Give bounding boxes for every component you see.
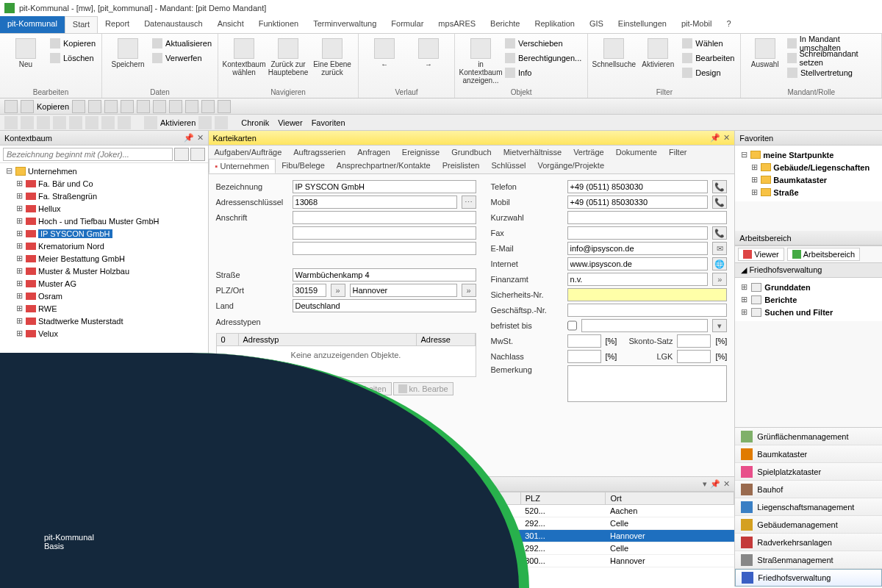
col-adresse[interactable]: Adresse [417,334,476,345]
tree-item[interactable]: ⊞Osram [3,290,205,302]
qat-button[interactable] [4,100,18,113]
qat-button[interactable] [72,100,85,113]
ribbon-neu[interactable]: Neu [6,35,46,68]
ribbon-whlen[interactable]: Wählen [682,37,734,50]
tab-aufgabenauftrge[interactable]: Aufgaben/Aufträge [209,146,288,159]
input-ort[interactable] [350,284,457,297]
tree-item[interactable]: ⊞IP SYSCON GmbH [3,227,205,240]
qat-button[interactable] [201,100,215,113]
tab-unternehmen[interactable]: ▪ Unternehmen [209,159,276,173]
ort-lookup-button[interactable]: » [462,284,476,297]
qat-button[interactable] [21,100,34,113]
tb-button[interactable] [85,116,98,129]
tb-button[interactable] [4,116,18,129]
qat-button[interactable] [218,100,231,113]
module-straenmanagement[interactable]: Straßenmanagement [735,551,882,569]
menu-berichte[interactable]: Berichte [483,16,527,33]
input-sicherheit[interactable] [567,288,728,301]
fav-item[interactable]: ⊞Baumkataster [738,173,879,186]
module-liegenschaftsmanagement[interactable]: Liegenschaftsmanagement [735,498,882,516]
input-strasse[interactable] [293,268,476,282]
fav-root[interactable]: ⊟meine Startpunkte [738,148,879,161]
tree-item[interactable]: ⊞Meier Bestattung GmbH [3,252,205,265]
module-grnflchenmanagement[interactable]: Grünflächenmanagement [735,428,882,445]
ribbon-schreibmandantsetzen[interactable]: Schreibmandant setzen [787,51,875,65]
ribbon-lschen[interactable]: Löschen [50,51,96,65]
search-options-button[interactable] [174,148,189,161]
close-icon[interactable]: ✕ [197,133,204,143]
fav-item[interactable]: ⊞Straße [738,186,879,198]
pin-icon[interactable]: 📌 [710,133,720,143]
lookup-button[interactable]: » [712,273,727,286]
qat-kopieren[interactable]: Kopieren [37,102,69,111]
col-0[interactable]: 0 [217,334,239,345]
phone-icon[interactable]: 📞 [712,180,727,193]
ribbon-inmandantumschalten[interactable]: In Mandant umschalten [787,37,875,50]
tree-item[interactable]: ⊞Hellux [3,202,205,215]
close-icon[interactable]: ✕ [723,133,730,143]
input-fax[interactable] [567,226,709,240]
tab-mietverhltnisse[interactable]: Mietverhältnisse [498,146,567,159]
module-spielplatzkataster[interactable]: Spielplatzkataster [735,463,882,481]
tab-vertrge[interactable]: Verträge [567,146,610,159]
menu-pitkommunal[interactable]: pit-Kommunal [0,16,65,33]
ribbon-info[interactable]: Info [505,66,581,79]
ribbon-schnellsuche[interactable]: Schnellsuche [594,35,634,68]
input-finanzamt[interactable] [567,273,709,286]
tab-vorgngeprojekte[interactable]: Vorgänge/Projekte [532,159,611,173]
tab-dokumente[interactable]: Dokumente [610,146,663,159]
tb-button[interactable] [144,116,157,129]
module-bauhof[interactable]: Bauhof [735,481,882,498]
tb-aktivieren[interactable]: Aktivieren [160,118,196,127]
tree-item[interactable]: ⊞Fa. Bär und Co [3,177,205,190]
check-befristet[interactable] [567,319,577,332]
ribbon-verschieben[interactable]: Verschieben [505,37,581,50]
input-adressschluessel[interactable] [293,196,457,209]
ribbon-aktualisieren[interactable]: Aktualisieren [152,37,212,50]
tab-auftragsserien[interactable]: Auftragsserien [287,146,351,159]
phone-icon[interactable]: 📞 [712,196,727,209]
worktree-item[interactable]: ⊞Suchen und Filter [741,306,876,318]
ribbon-design[interactable]: Design [682,66,734,79]
input-bemerkung[interactable] [567,365,728,402]
input-bezeichnung[interactable] [293,180,476,193]
menu-funktionen[interactable]: Funktionen [251,16,306,33]
tab-preislisten[interactable]: Preislisten [437,159,486,173]
ribbon-aktivieren[interactable]: Aktivieren [638,35,678,68]
tab-filter[interactable]: Filter [663,146,692,159]
tab-ansprechpartnerkontakte[interactable]: Ansprechpartner/Kontakte [331,159,437,173]
input-telefon[interactable] [567,180,709,193]
ribbon-stellvertretung[interactable]: Stellvertretung [787,66,875,79]
tab-viewer[interactable]: Viewer [738,248,784,261]
ribbon-berechtigungen[interactable]: Berechtigungen... [505,51,581,65]
module-baumkataster[interactable]: Baumkataster [735,445,882,463]
lookup-button[interactable]: ⋯ [462,196,476,209]
input-kurzwahl[interactable] [567,211,728,224]
ribbon-eineebenezurck[interactable]: Eine Ebenezurück [312,35,352,76]
qat-button[interactable] [137,100,150,113]
plz-lookup-button[interactable]: » [331,284,345,297]
qat-button[interactable] [88,100,101,113]
ribbon-verwerfen[interactable]: Verwerfen [152,51,212,65]
qat-button[interactable] [104,100,118,113]
mail-icon[interactable]: ✉ [712,242,727,255]
pin-icon[interactable]: 📌 [710,479,720,489]
dropdown-icon[interactable]: ▾ [703,479,707,489]
section-friedhof[interactable]: ◢ Friedhofsverwaltung [735,263,882,278]
menu-report[interactable]: Report [98,16,137,33]
menu-terminverwaltung[interactable]: Terminverwaltung [306,16,384,33]
ribbon-kopieren[interactable]: Kopieren [50,37,96,50]
tree-root[interactable]: ⊟Unternehmen [3,165,205,177]
menu-formular[interactable]: Formular [384,16,431,33]
ribbon-auswahl[interactable]: Auswahl [747,35,783,68]
tb-button[interactable] [69,116,82,129]
input-skonto[interactable] [677,334,711,348]
ribbon-kontextbaumwhlen[interactable]: Kontextbaumwählen [224,35,264,76]
tree-item[interactable]: ⊞Velux [3,327,205,340]
tb-button[interactable] [118,116,131,129]
input-anschrift-3[interactable] [293,242,476,255]
menu-[interactable]: ? [719,16,738,33]
ribbon-zurckzurhauptebene[interactable]: Zurück zurHauptebene [268,35,308,76]
tb-button[interactable] [37,116,50,129]
ribbon-[interactable]: ← [365,35,404,68]
